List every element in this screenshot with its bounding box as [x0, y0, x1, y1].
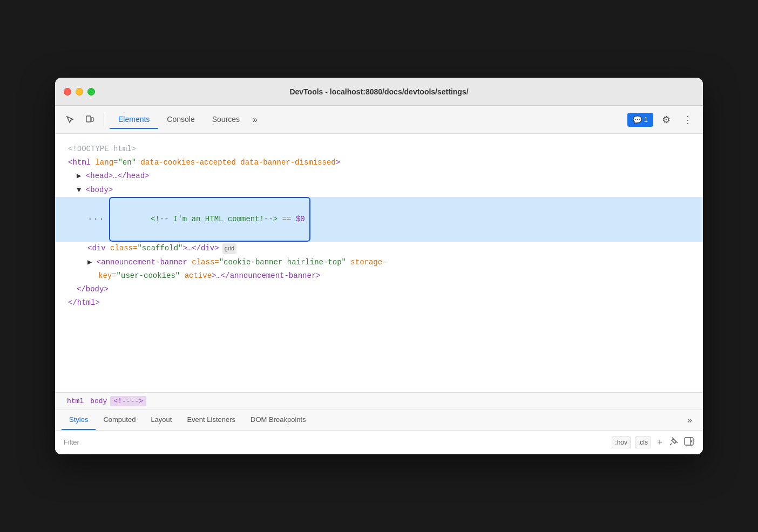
toolbar: Elements Console Sources » 💬 1 ⚙ ⋮	[55, 106, 703, 134]
doctype-text: <!DOCTYPE html>	[68, 142, 136, 156]
more-tabs-button[interactable]: »	[248, 113, 262, 127]
breadcrumb-body[interactable]: body	[87, 396, 110, 406]
tab-layout[interactable]: Layout	[143, 410, 179, 430]
svg-rect-2	[685, 438, 693, 445]
html-attr-lang-val: "en"	[118, 156, 136, 169]
announcement-class-val: "cookie-banner hairline-top"	[219, 256, 346, 269]
body-tag: <body>	[86, 183, 113, 197]
dom-doctype-line: <!DOCTYPE html>	[55, 142, 703, 156]
grid-badge: grid	[222, 243, 236, 254]
html-comment-highlight: <!-- I'm an HTML comment!--> == $0	[109, 197, 310, 242]
breadcrumb-bar: html body <!---->	[55, 393, 703, 410]
breadcrumb-comment[interactable]: <!---->	[110, 396, 146, 406]
minimize-button[interactable]	[76, 88, 83, 96]
div-attr-class: class=	[110, 242, 137, 255]
toolbar-right: 💬 1 ⚙ ⋮	[627, 111, 696, 128]
head-tag: <head>…</head>	[86, 169, 150, 183]
dom-panel: <!DOCTYPE html> <html lang="en" data-coo…	[55, 134, 703, 393]
devtools-window: DevTools - localhost:8080/docs/devtools/…	[55, 78, 703, 454]
maximize-button[interactable]	[87, 88, 95, 96]
close-button[interactable]	[64, 88, 71, 96]
styles-panel: Styles Computed Layout Event Listeners D…	[55, 410, 703, 454]
inspect-icon[interactable]	[62, 111, 79, 128]
main-tabs: Elements Console Sources »	[110, 111, 262, 129]
settings-button[interactable]: ⚙	[658, 111, 675, 128]
window-title: DevTools - localhost:8080/docs/devtools/…	[289, 87, 468, 96]
badge-count: 1	[644, 115, 648, 124]
equals-sign: ==	[278, 215, 296, 223]
title-bar: DevTools - localhost:8080/docs/devtools/…	[55, 78, 703, 106]
dom-announcement-line2[interactable]: key="user-cookies" active>…</announcemen…	[55, 269, 703, 283]
breadcrumb-html[interactable]: html	[64, 396, 87, 406]
chat-icon: 💬	[633, 115, 642, 124]
dom-div-scaffold-line[interactable]: <div class="scaffold">…</div>grid	[55, 242, 703, 255]
div-ellipsis: >…</div>	[182, 242, 219, 255]
dom-html-close-line: </html>	[55, 296, 703, 310]
announcement-close: >…</announcement-banner>	[212, 269, 321, 283]
html-tag-open: <html	[68, 156, 95, 169]
comment-text: <!-- I'm an HTML comment!-->	[151, 215, 278, 223]
tab-sources[interactable]: Sources	[204, 111, 248, 129]
html-attr-cookies: data-cookies-accepted data-banner-dismis…	[136, 156, 336, 169]
dollar-zero: $0	[296, 215, 305, 223]
dom-head-line[interactable]: ▶ <head>…</head>	[55, 169, 703, 183]
dom-html-line[interactable]: <html lang="en" data-cookies-accepted da…	[55, 156, 703, 169]
svg-rect-1	[91, 118, 93, 121]
div-tag-open: <div	[87, 242, 110, 255]
svg-rect-0	[86, 116, 91, 122]
announcement-key: key=	[98, 269, 117, 283]
tab-computed[interactable]: Computed	[96, 410, 143, 430]
announcement-key-val: "user-cookies"	[117, 269, 180, 283]
dom-announcement-line1[interactable]: ▶ <announcement-banner class="cookie-ban…	[55, 256, 703, 269]
more-styles-tabs-button[interactable]: »	[683, 411, 696, 429]
announcement-triangle: ▶	[87, 256, 97, 269]
head-triangle: ▶	[77, 169, 86, 183]
announcement-storage: storage-	[346, 256, 387, 269]
cls-button[interactable]: .cls	[635, 436, 651, 448]
styles-tabs-bar: Styles Computed Layout Event Listeners D…	[55, 410, 703, 431]
dom-body-close-line: </body>	[55, 283, 703, 296]
filter-actions: :hov .cls ＋	[612, 436, 694, 449]
body-close-tag: </body>	[77, 283, 109, 296]
hov-button[interactable]: :hov	[612, 436, 631, 448]
more-options-button[interactable]: ⋮	[679, 111, 696, 128]
announcement-attr: class=	[192, 256, 219, 269]
tab-styles[interactable]: Styles	[62, 410, 96, 430]
dom-comment-line[interactable]: ··· <!-- I'm an HTML comment!--> == $0	[55, 197, 703, 242]
filter-bar: Filter :hov .cls ＋	[55, 431, 703, 454]
body-triangle: ▼	[77, 183, 86, 197]
sidebar-toggle-icon[interactable]	[683, 436, 694, 449]
separator	[104, 113, 104, 126]
html-tag-close: >	[336, 156, 340, 169]
add-style-icon[interactable]: ＋	[655, 436, 664, 448]
html-attr-lang: lang=	[95, 156, 118, 169]
announcement-active: active	[180, 269, 212, 283]
pin-icon[interactable]	[668, 436, 679, 449]
device-icon[interactable]	[81, 111, 98, 128]
tab-console[interactable]: Console	[158, 111, 203, 129]
dom-body-line[interactable]: ▼ <body>	[55, 183, 703, 197]
div-attr-class-val: "scaffold"	[137, 242, 182, 255]
notifications-button[interactable]: 💬 1	[627, 113, 653, 127]
tab-event-listeners[interactable]: Event Listeners	[179, 410, 243, 430]
tab-elements[interactable]: Elements	[110, 111, 158, 129]
more-dots-button[interactable]: ···	[87, 212, 105, 227]
traffic-lights	[64, 88, 95, 96]
filter-label: Filter	[64, 438, 79, 446]
html-close-tag: </html>	[68, 296, 100, 310]
announcement-tag: <announcement-banner	[97, 256, 192, 269]
tab-dom-breakpoints[interactable]: DOM Breakpoints	[243, 410, 314, 430]
